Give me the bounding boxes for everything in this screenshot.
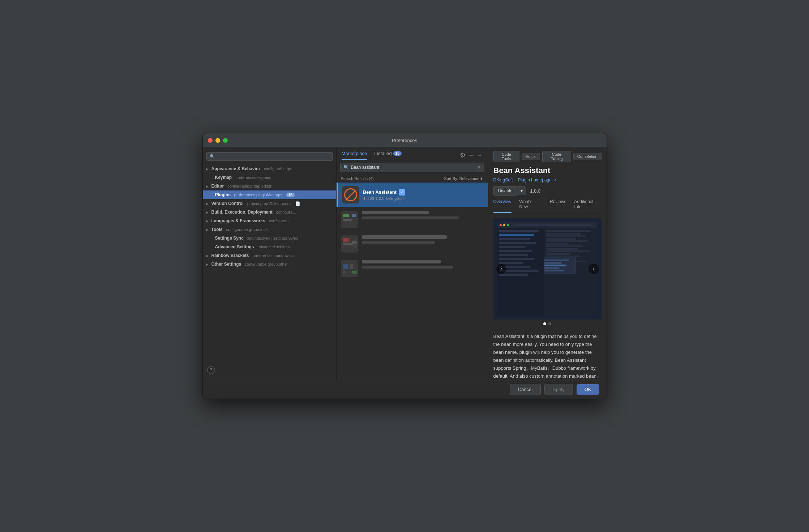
sidebar-label-languages: Languages & Frameworks [211, 218, 265, 223]
sidebar-label-build: Build, Execution, Deployment [211, 210, 273, 215]
search-icon: 🔍 [343, 165, 349, 170]
chevron-right-icon: ▶ [206, 210, 209, 214]
tab-additional-info[interactable]: Additional Info [574, 199, 602, 213]
carousel-prev-button[interactable]: ‹ [496, 264, 506, 274]
sidebar-item-appearance[interactable]: ▶ Appearance & Behavior configurable.gro [203, 164, 336, 173]
tag-completion[interactable]: Completion [573, 153, 602, 160]
plugin-item-bean-assistant[interactable]: Bean Assistant ✓ ⬇ 263 1.0.0 DKingSoft [337, 183, 488, 207]
clear-search-button[interactable]: ✕ [477, 165, 481, 170]
plugin-title-area: Bean Assistant DKingSoft Plugin homepage… [488, 166, 607, 199]
sidebar-item-build[interactable]: ▶ Build, Execution, Deployment configura… [203, 208, 336, 216]
sidebar-label-keymap: Keymap [215, 175, 232, 180]
plugin-search-box[interactable]: 🔍 ✕ [340, 163, 484, 172]
sidebar-search-input[interactable] [217, 154, 329, 159]
sidebar-label-advanced: Advanced Settings [215, 244, 254, 249]
header-actions: ⚙ ← → [460, 151, 483, 159]
plugins-tabs: Marketplace Installed 16 [342, 151, 402, 160]
disable-dropdown-arrow[interactable]: ▼ [517, 186, 527, 195]
sidebar-item-settings-sync[interactable]: Settings Sync settings.sync (Settings Sy… [203, 234, 336, 243]
bean-assistant-meta: ⬇ 263 1.0.0 DKingSoft [363, 196, 484, 201]
sidebar-item-other[interactable]: ▶ Other Settings configurable.group.othe… [203, 260, 336, 269]
carousel-dot-1[interactable] [543, 322, 546, 325]
sidebar-item-rainbow[interactable]: ▶ Rainbow Brackets preferences.rainbow.b… [203, 251, 336, 260]
sidebar-item-advanced[interactable]: Advanced Settings advanced.settings [203, 243, 336, 251]
carousel-dots [493, 319, 602, 328]
cancel-button[interactable]: Cancel [510, 384, 541, 395]
chevron-right-icon: ▶ [206, 262, 209, 266]
sidebar-sublabel-settings-sync: settings.sync (Settings Sync) [247, 236, 298, 240]
sidebar-item-vcs[interactable]: ▶ Version Control project.propVCSsuppor…… [203, 199, 336, 208]
sidebar-item-tools[interactable]: ▶ Tools configurable.group.tools [203, 225, 336, 234]
ok-button[interactable]: OK [577, 384, 599, 395]
sidebar-item-languages[interactable]: ▶ Languages & Frameworks configurable. [203, 216, 336, 225]
plugin-main-name: Bean Assistant [493, 166, 602, 175]
chevron-right-icon: ▶ [206, 184, 209, 188]
sidebar-sublabel-tools: configurable.group.tools [226, 227, 269, 232]
bean-assistant-icon [342, 186, 359, 203]
sidebar-sublabel-rainbow: preferences.rainbow.br. [253, 253, 294, 258]
disable-button[interactable]: Disable [493, 186, 517, 196]
main-content: 🔍 ▶ Appearance & Behavior configurable.g… [203, 147, 607, 380]
installed-check-icon: ✓ [399, 189, 405, 196]
apply-button[interactable]: Apply [544, 384, 573, 395]
sidebar-sublabel-advanced: advanced.settings [258, 245, 290, 249]
plugin-search-input[interactable] [351, 165, 475, 170]
settings-gear-icon[interactable]: ⚙ [460, 151, 466, 159]
bean-assistant-info: Bean Assistant ✓ ⬇ 263 1.0.0 DKingSoft [363, 189, 484, 201]
tab-overview[interactable]: Overview [493, 199, 511, 213]
installed-badge: 16 [393, 151, 402, 156]
help-button[interactable]: ? [207, 366, 215, 374]
sidebar-sublabel-build: configura… [276, 210, 296, 214]
fake-ide-preview [497, 222, 597, 316]
plugin-item-placeholder-1[interactable] [337, 207, 488, 232]
sidebar-sublabel-languages: configurable. [269, 219, 292, 223]
bottom-bar: Cancel Apply OK [203, 380, 607, 399]
sidebar-search-box[interactable]: 🔍 [206, 152, 333, 161]
sidebar-sublabel-editor: configurable.group.editor [227, 184, 271, 188]
plugin-detail-tabs: Overview What's New Reviews Additional I… [488, 199, 607, 213]
sidebar-item-editor[interactable]: ▶ Editor configurable.group.editor [203, 182, 336, 190]
plugin-description: Bean Assistant is a plugin that helps yo… [493, 332, 602, 380]
sidebar-label-other: Other Settings [211, 262, 241, 267]
tab-reviews[interactable]: Reviews [550, 199, 566, 213]
sort-button[interactable]: Sort By: Relevance ▼ [444, 176, 483, 181]
sidebar-label-appearance: Appearance & Behavior [211, 166, 260, 171]
sidebar: 🔍 ▶ Appearance & Behavior configurable.g… [203, 147, 337, 380]
carousel-dot-2[interactable] [548, 322, 551, 325]
chevron-right-icon: ▶ [206, 254, 209, 258]
tab-whats-new[interactable]: What's New [519, 199, 542, 213]
tab-marketplace[interactable]: Marketplace [342, 151, 367, 160]
center-header: Marketplace Installed 16 ⚙ ← → [337, 147, 488, 160]
plugin-item-placeholder-3[interactable] [337, 256, 488, 281]
sidebar-label-settings-sync: Settings Sync [215, 236, 244, 241]
tab-installed[interactable]: Installed 16 [374, 151, 402, 160]
plugin-version: 1.0.0 [530, 188, 540, 194]
sidebar-label-vcs: Version Control [211, 201, 244, 206]
nav-forward-icon[interactable]: → [477, 152, 483, 159]
homepage-link[interactable]: Plugin homepage ↗ [518, 177, 557, 183]
placeholder-icon-3 [341, 260, 358, 277]
right-panel: Code Tools Editor Code Editing Completio… [488, 147, 607, 380]
plugin-detail-content: ‹ › Bean Assistant is a plugin that help… [488, 213, 607, 380]
screenshot-carousel: ‹ › [493, 218, 602, 328]
tag-editor[interactable]: Editor [522, 153, 540, 160]
title-bar: Preferences [203, 133, 607, 147]
sidebar-item-keymap[interactable]: Keymap preferences.keymap [203, 173, 336, 182]
author-link[interactable]: DKingSoft [493, 177, 513, 183]
carousel-next-button[interactable]: › [588, 264, 599, 274]
minimize-button[interactable] [215, 138, 220, 143]
screenshot-image: ‹ › [493, 218, 602, 319]
chevron-right-icon: ▶ [206, 167, 209, 171]
nav-back-icon[interactable]: ← [468, 152, 474, 159]
window-title: Preferences [392, 138, 417, 143]
sidebar-item-plugins[interactable]: Plugins preferences.pluginManager 16 [203, 190, 336, 199]
tag-code-editing[interactable]: Code Editing [542, 151, 571, 162]
maximize-button[interactable] [223, 138, 228, 143]
tag-code-tools[interactable]: Code Tools [493, 151, 520, 162]
preferences-window: Preferences 🔍 ▶ Appearance & Behavior co… [202, 133, 607, 399]
close-button[interactable] [208, 138, 213, 143]
sidebar-label-tools: Tools [211, 227, 223, 232]
chevron-right-icon: ▶ [206, 202, 209, 206]
chevron-right-icon: ▶ [206, 228, 209, 232]
plugin-item-placeholder-2[interactable] [337, 232, 488, 256]
